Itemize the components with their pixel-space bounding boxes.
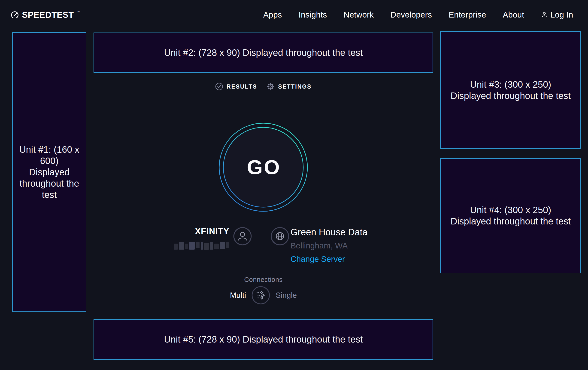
ad-unit-2[interactable]: Unit #2: (728 x 90) Displayed throughout…: [94, 32, 433, 73]
nav-login-button[interactable]: Log In: [541, 10, 573, 19]
ad-unit-1[interactable]: Unit #1: (160 x 600) Displayed throughou…: [12, 32, 86, 312]
go-button[interactable]: GO: [218, 122, 308, 212]
nav-item-about[interactable]: About: [503, 10, 524, 19]
speedtest-logo[interactable]: SPEEDTEST ™: [11, 10, 80, 20]
change-server-link[interactable]: Change Server: [291, 254, 345, 264]
go-button-label: GO: [218, 122, 308, 212]
connections-label: Connections: [94, 276, 433, 283]
tab-results[interactable]: RESULTS: [215, 83, 257, 90]
ad-unit-2-label: Unit #2: (728 x 90) Displayed throughout…: [164, 47, 363, 58]
logo-text: SPEEDTEST: [22, 10, 74, 20]
obfuscated-ip-address: [136, 241, 229, 250]
ad-unit-4[interactable]: Unit #4: (300 x 250) Displayed throughou…: [440, 158, 581, 273]
multi-connection-arrows-icon: [252, 286, 270, 304]
nav-item-enterprise[interactable]: Enterprise: [449, 10, 486, 19]
logo-trademark: ™: [77, 10, 80, 13]
connections-toggle-button[interactable]: [252, 286, 270, 304]
ad-unit-4-label: Unit #4: (300 x 250) Displayed throughou…: [450, 204, 571, 227]
nav-item-apps[interactable]: Apps: [263, 10, 282, 19]
gear-icon: [267, 83, 275, 90]
user-icon: [541, 11, 548, 18]
server-name: Green House Data: [291, 227, 368, 237]
nav-item-insights[interactable]: Insights: [299, 10, 327, 19]
tab-results-label: RESULTS: [227, 83, 257, 90]
ad-unit-5-label: Unit #5: (728 x 90) Displayed throughout…: [164, 334, 363, 345]
tab-bar: RESULTS SETTINGS: [94, 83, 433, 90]
connections-toggle-row: Multi Single: [94, 286, 433, 304]
connections-multi-label: Multi: [230, 291, 246, 300]
main-nav: Apps Insights Network Developers Enterpr…: [263, 9, 573, 21]
nav-login-label: Log In: [550, 10, 573, 19]
tab-settings-label: SETTINGS: [278, 83, 312, 90]
ad-unit-5[interactable]: Unit #5: (728 x 90) Displayed throughout…: [94, 319, 433, 360]
person-circle-icon: [233, 227, 252, 245]
server-location: Bellingham, WA: [291, 241, 368, 250]
ad-unit-3-label: Unit #3: (300 x 250) Displayed throughou…: [450, 79, 571, 101]
globe-icon: [271, 227, 289, 245]
ad-unit-1-label: Unit #1: (160 x 600) Displayed throughou…: [19, 144, 80, 200]
isp-user-button[interactable]: [233, 227, 252, 245]
nav-item-network[interactable]: Network: [344, 10, 374, 19]
server-block: Green House Data Bellingham, WA Change S…: [291, 227, 368, 264]
tab-settings[interactable]: SETTINGS: [267, 83, 312, 90]
server-globe: [271, 227, 289, 245]
ad-unit-3[interactable]: Unit #3: (300 x 250) Displayed throughou…: [440, 31, 581, 149]
check-circle-icon: [215, 83, 223, 90]
isp-name[interactable]: XFINITY: [136, 227, 229, 236]
speedtest-gauge-icon: [11, 11, 19, 19]
isp-block: XFINITY: [136, 227, 229, 250]
connections-single-label: Single: [275, 291, 297, 300]
nav-item-developers[interactable]: Developers: [390, 10, 432, 19]
